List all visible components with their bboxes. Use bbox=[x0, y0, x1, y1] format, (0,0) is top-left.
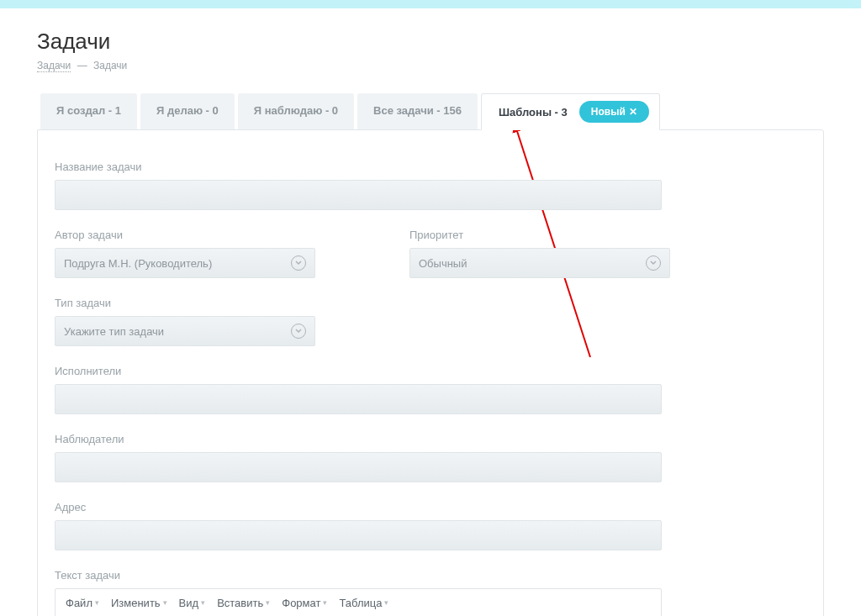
watchers-label: Наблюдатели bbox=[55, 433, 662, 445]
caret-down-icon: ▾ bbox=[384, 598, 388, 607]
caret-down-icon: ▾ bbox=[201, 598, 205, 607]
type-label: Тип задачи bbox=[55, 297, 315, 309]
form-panel: Название задачи Автор задачи Подруга М.Н… bbox=[37, 129, 824, 616]
toolbar-table[interactable]: Таблица▾ bbox=[334, 593, 394, 613]
text-label: Текст задачи bbox=[55, 569, 662, 582]
chevron-down-icon bbox=[646, 255, 661, 271]
breadcrumb-link[interactable]: Задачи bbox=[37, 60, 71, 72]
tab-doing[interactable]: Я делаю - 0 bbox=[140, 93, 235, 130]
address-label: Адрес bbox=[55, 501, 662, 513]
toolbar-format[interactable]: Формат▾ bbox=[277, 593, 332, 613]
caret-down-icon: ▾ bbox=[163, 598, 167, 607]
priority-label: Приоритет bbox=[409, 229, 670, 241]
priority-value: Обычный bbox=[419, 257, 467, 270]
author-select[interactable]: Подруга М.Н. (Руководитель) bbox=[55, 248, 315, 278]
editor-toolbar: Файл▾ Изменить▾ Вид▾ Вставить▾ Формат▾ Т… bbox=[55, 588, 662, 616]
breadcrumb: Задачи — Задачи bbox=[37, 60, 824, 71]
task-name-input[interactable] bbox=[55, 180, 662, 210]
watchers-input[interactable] bbox=[55, 452, 662, 482]
tab-templates[interactable]: Шаблоны - 3 Новый ✕ bbox=[481, 93, 660, 130]
chevron-down-icon bbox=[291, 324, 306, 339]
caret-down-icon: ▾ bbox=[323, 598, 327, 607]
author-value: Подруга М.Н. (Руководитель) bbox=[64, 257, 212, 270]
caret-down-icon: ▾ bbox=[95, 598, 99, 607]
page-title: Задачи bbox=[37, 29, 824, 55]
caret-down-icon: ▾ bbox=[266, 598, 270, 607]
toolbar-view[interactable]: Вид▾ bbox=[174, 593, 211, 613]
new-button[interactable]: Новый ✕ bbox=[579, 101, 649, 123]
priority-select[interactable]: Обычный bbox=[409, 248, 670, 278]
type-select[interactable]: Укажите тип задачи bbox=[55, 316, 315, 346]
author-label: Автор задачи bbox=[55, 229, 315, 241]
tab-watching[interactable]: Я наблюдаю - 0 bbox=[238, 93, 354, 130]
breadcrumb-current: Задачи bbox=[93, 60, 127, 71]
new-button-label: Новый bbox=[591, 106, 626, 118]
close-icon: ✕ bbox=[629, 107, 637, 117]
toolbar-file[interactable]: Файл▾ bbox=[61, 593, 104, 613]
tabs-bar: Я создал - 1 Я делаю - 0 Я наблюдаю - 0 … bbox=[40, 93, 824, 130]
tab-created[interactable]: Я создал - 1 bbox=[40, 93, 137, 130]
tab-all[interactable]: Все задачи - 156 bbox=[357, 93, 478, 130]
breadcrumb-sep: — bbox=[77, 60, 87, 71]
toolbar-insert[interactable]: Вставить▾ bbox=[212, 593, 275, 613]
executors-input[interactable] bbox=[55, 384, 662, 414]
type-placeholder: Укажите тип задачи bbox=[64, 325, 164, 338]
chevron-down-icon bbox=[291, 255, 306, 271]
tab-templates-label: Шаблоны - 3 bbox=[499, 106, 568, 118]
executors-label: Исполнители bbox=[55, 365, 662, 377]
task-name-label: Название задачи bbox=[55, 161, 662, 173]
toolbar-edit[interactable]: Изменить▾ bbox=[106, 593, 172, 613]
top-accent-strip bbox=[0, 0, 861, 8]
address-input[interactable] bbox=[55, 520, 662, 550]
